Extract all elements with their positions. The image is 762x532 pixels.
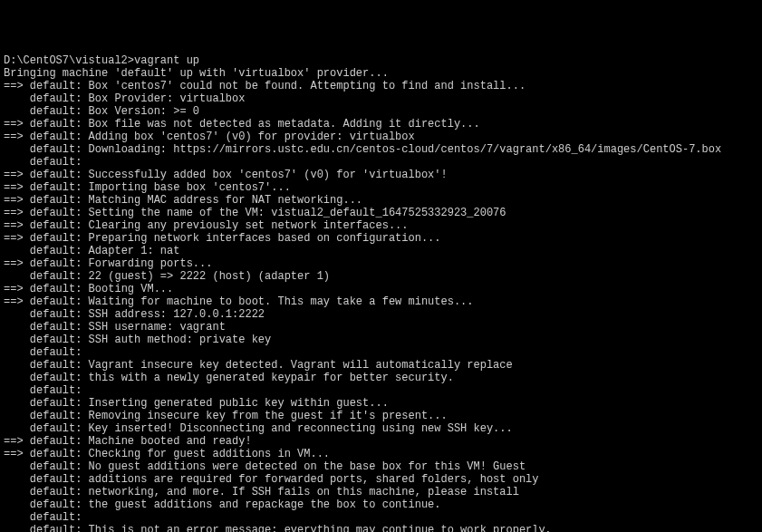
- line-text: default:: [30, 346, 82, 359]
- line-text: default: Inserting generated public key …: [30, 397, 389, 410]
- line-text: default: networking, and more. If SSH fa…: [30, 486, 519, 498]
- line-prefix: [4, 321, 30, 334]
- line-prefix: ==>: [4, 194, 30, 207]
- output-line: default: additions are required for forw…: [4, 473, 758, 486]
- line-text: default: this with a newly generated key…: [30, 372, 454, 384]
- output-line: ==> default: Importing base box 'centos7…: [4, 181, 758, 194]
- output-line: default:: [4, 511, 758, 524]
- output-line: ==> default: Preparing network interface…: [4, 232, 758, 245]
- line-text: default: Box file was not detected as me…: [30, 118, 480, 131]
- output-line: ==> default: Booting VM...: [4, 283, 758, 295]
- output-line: Bringing machine 'default' up with 'virt…: [4, 67, 758, 80]
- command-line: D:\CentOS7\vistual2>vagrant up: [4, 54, 758, 67]
- line-prefix: [4, 156, 30, 169]
- terminal-window[interactable]: D:\CentOS7\vistual2>vagrant upBringing m…: [4, 54, 758, 532]
- output-line: default: No guest additions were detecte…: [4, 460, 758, 473]
- line-prefix: ==>: [4, 295, 30, 308]
- line-text: default: This is not an error message; e…: [30, 524, 552, 532]
- output-line: default: SSH username: vagrant: [4, 321, 758, 334]
- output-line: default: Removing insecure key from the …: [4, 410, 758, 422]
- output-line: default: Inserting generated public key …: [4, 397, 758, 410]
- line-prefix: ==>: [4, 118, 30, 131]
- line-prefix: [4, 270, 30, 283]
- line-prefix: [4, 359, 30, 372]
- line-prefix: [4, 92, 30, 105]
- line-text: default: additions are required for forw…: [30, 473, 539, 486]
- output-line: ==> default: Successfully added box 'cen…: [4, 169, 758, 181]
- line-prefix: [4, 397, 30, 410]
- line-text: default: Box Version: >= 0: [30, 105, 199, 118]
- line-prefix: [4, 245, 30, 257]
- output-line: ==> default: Machine booted and ready!: [4, 435, 758, 448]
- output-line: ==> default: Box 'centos7' could not be …: [4, 80, 758, 92]
- output-line: default: networking, and more. If SSH fa…: [4, 486, 758, 498]
- line-prefix: [4, 473, 30, 486]
- line-prefix: ==>: [4, 257, 30, 270]
- line-prefix: ==>: [4, 169, 30, 181]
- output-line: ==> default: Matching MAC address for NA…: [4, 194, 758, 207]
- line-prefix: [4, 498, 30, 511]
- line-text: default: Adapter 1: nat: [30, 245, 180, 257]
- line-text: default: Matching MAC address for NAT ne…: [30, 194, 362, 207]
- line-text: default: SSH username: vagrant: [30, 321, 226, 334]
- line-text: default: No guest additions were detecte…: [30, 460, 526, 473]
- line-text: default: Adding box 'centos7' (v0) for p…: [30, 131, 415, 143]
- terminal-output: Bringing machine 'default' up with 'virt…: [4, 67, 758, 532]
- output-line: ==> default: Checking for guest addition…: [4, 448, 758, 460]
- line-prefix: ==>: [4, 131, 30, 143]
- line-text: default: 22 (guest) => 2222 (host) (adap…: [30, 270, 330, 283]
- output-line: default: Adapter 1: nat: [4, 245, 758, 257]
- line-prefix: ==>: [4, 181, 30, 194]
- output-line: ==> default: Waiting for machine to boot…: [4, 295, 758, 308]
- line-text: default: Checking for guest additions in…: [30, 448, 330, 460]
- line-text: default:: [30, 384, 82, 397]
- line-prefix: [4, 346, 30, 359]
- line-prefix: ==>: [4, 207, 30, 219]
- line-text: default: Forwarding ports...: [30, 257, 213, 270]
- line-prefix: ==>: [4, 448, 30, 460]
- output-line: default: SSH auth method: private key: [4, 334, 758, 346]
- output-line: ==> default: Adding box 'centos7' (v0) f…: [4, 131, 758, 143]
- line-prefix: [4, 384, 30, 397]
- line-text: default: Booting VM...: [30, 283, 173, 295]
- line-text: default: Key inserted! Disconnecting and…: [30, 422, 513, 435]
- line-text: default: Importing base box 'centos7'...: [30, 181, 291, 194]
- line-text: default: Vagrant insecure key detected. …: [30, 359, 513, 372]
- line-prefix: [4, 372, 30, 384]
- line-prefix: [4, 308, 30, 321]
- output-line: default: Vagrant insecure key detected. …: [4, 359, 758, 372]
- line-text: default: SSH auth method: private key: [30, 334, 271, 346]
- line-prefix: [4, 422, 30, 435]
- line-prefix: [4, 524, 30, 532]
- line-prefix: [4, 460, 30, 473]
- line-text: default: Setting the name of the VM: vis…: [30, 207, 506, 219]
- line-prefix: ==>: [4, 232, 30, 245]
- line-prefix: ==>: [4, 219, 30, 232]
- line-text: default: Removing insecure key from the …: [30, 410, 448, 422]
- output-line: default: the guest additions and repacka…: [4, 498, 758, 511]
- command-text: vagrant up: [134, 54, 199, 67]
- line-text: default: Preparing network interfaces ba…: [30, 232, 441, 245]
- line-prefix: [4, 143, 30, 156]
- output-line: default: Key inserted! Disconnecting and…: [4, 422, 758, 435]
- line-prefix: ==>: [4, 435, 30, 448]
- line-text: default: Box 'centos7' could not be foun…: [30, 80, 526, 92]
- line-text: default:: [30, 511, 82, 524]
- line-prefix: [4, 410, 30, 422]
- output-line: ==> default: Setting the name of the VM:…: [4, 207, 758, 219]
- output-line: default: Box Provider: virtualbox: [4, 92, 758, 105]
- output-line: ==> default: Box file was not detected a…: [4, 118, 758, 131]
- line-prefix: ==>: [4, 283, 30, 295]
- line-text: default: Successfully added box 'centos7…: [30, 169, 448, 181]
- line-text: default: Clearing any previously set net…: [30, 219, 409, 232]
- output-line: default: Downloading: https://mirrors.us…: [4, 143, 758, 156]
- output-line: default: SSH address: 127.0.0.1:2222: [4, 308, 758, 321]
- output-line: default: 22 (guest) => 2222 (host) (adap…: [4, 270, 758, 283]
- output-line: default:: [4, 346, 758, 359]
- output-line: default:: [4, 156, 758, 169]
- line-prefix: [4, 105, 30, 118]
- line-text: default:: [30, 156, 82, 169]
- line-text: default: Box Provider: virtualbox: [30, 92, 246, 105]
- line-text: Bringing machine 'default' up with 'virt…: [4, 67, 389, 80]
- line-prefix: [4, 486, 30, 498]
